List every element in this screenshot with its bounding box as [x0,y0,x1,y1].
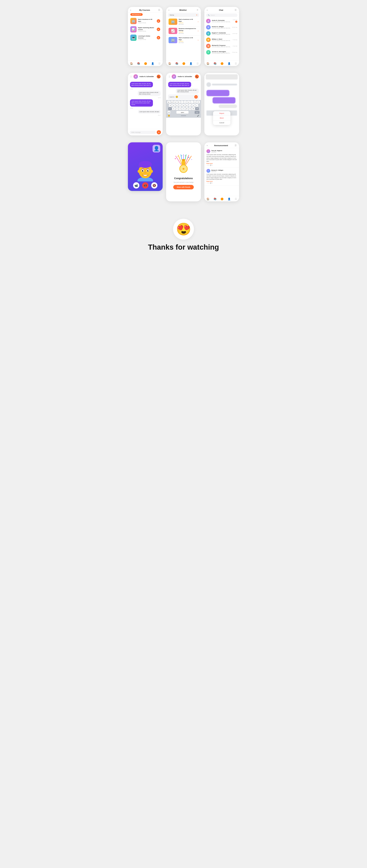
nav-book-3[interactable]: 📚 [214,62,217,65]
key-w[interactable]: W [171,101,173,103]
key-e[interactable]: E [174,101,177,103]
context-block[interactable]: Block [213,116,230,121]
nav-menu-4[interactable]: ☰ [235,197,237,200]
key-x[interactable]: X [175,107,178,110]
key-r[interactable]: R [177,101,180,103]
context-cancel[interactable]: Cancel [213,121,230,125]
wishlist-filter[interactable]: Startup ✕ [168,13,199,17]
back-arrow-wishlist[interactable]: ‹ [169,9,169,11]
key-l[interactable]: L [195,104,198,107]
key-s[interactable]: S [172,104,175,107]
wish-arrow-1[interactable]: › [198,21,198,23]
msg2-typing[interactable]: i want to 😊 ➤ [168,94,199,99]
msg1-send-btn[interactable]: ➤ [157,130,161,134]
key-num[interactable]: 123 [168,111,170,114]
back-arrow-chat[interactable]: ‹ [207,9,207,11]
emoji-icon[interactable]: 😊 [175,96,178,98]
key-backspace[interactable]: ⌫ [195,107,199,110]
key-u[interactable]: U [187,101,190,103]
key-t[interactable]: T [180,101,183,103]
key-space[interactable]: space [176,111,189,114]
course-title-2: Digital marketing Master Course [138,27,156,31]
share-btn[interactable]: Share with friends [173,185,194,189]
wishlist-close-icon[interactable]: ✕ [197,9,198,11]
nav-book-4[interactable]: 📚 [214,197,217,200]
key-a[interactable]: A [169,104,172,107]
announce-read-1[interactable]: Read more [206,163,237,164]
key-m[interactable]: M [192,107,195,110]
key-y[interactable]: Y [184,101,187,103]
call-btn-end[interactable]: 📵 [142,182,148,189]
nav-menu-1[interactable]: ☰ [158,62,161,65]
play-btn-3[interactable]: ▶ [157,36,160,39]
courses-menu-icon[interactable]: ☰ [158,9,160,11]
chat-item-1[interactable]: A Andre N. Schneider Can you please send… [204,18,239,24]
nav-home-2[interactable]: 🏠 [168,62,171,65]
context-report[interactable]: Report [213,111,230,116]
key-b[interactable]: B [186,107,188,110]
call-btn-mute[interactable]: 🔇 [151,182,158,189]
nav-menu-3[interactable]: ☰ [235,62,237,65]
msg2-dots[interactable]: ⋮ [168,75,170,78]
call-btn-video[interactable]: 📹 [133,182,139,189]
courses-tab-all[interactable]: All Courses ▾ [130,13,143,16]
nav-home-1[interactable]: 🏠 [130,62,133,65]
wish-arrow-3[interactable]: › [198,39,198,41]
like-icon-1[interactable]: ♡ 0 [206,164,208,166]
kb-mic-btn[interactable]: 🎤 [197,115,199,117]
nav-user-2[interactable]: 👤 [190,62,192,65]
nav-menu-2[interactable]: ☰ [197,62,199,65]
nav-user-4[interactable]: 👤 [228,197,231,200]
nav-book-2[interactable]: 📚 [175,62,178,65]
nav-book-1[interactable]: 📚 [137,62,140,65]
msg2-call-icon[interactable]: 📞 [195,75,199,79]
key-q[interactable]: Q [167,101,170,103]
key-z[interactable]: Z [172,107,175,110]
like-icon-2[interactable]: ♡ 0 [206,182,208,184]
announce-read-2[interactable]: Read more [206,181,237,182]
msg2-send-inline[interactable]: ➤ [194,95,198,99]
msg1-call-icon[interactable]: 📞 [157,75,161,79]
nav-courses-active-2[interactable]: 🟠 [182,62,185,65]
nav-courses-active-4[interactable]: 🟠 [221,197,223,200]
key-d[interactable]: D [175,104,178,107]
chat-item-2[interactable]: H Horace K. Gilligan Can you please send… [204,24,239,30]
nav-home-4[interactable]: 🏠 [206,197,209,200]
back-arrow-courses[interactable]: ‹ [130,9,131,11]
msg1-input-field[interactable]: Write message [130,131,156,134]
wish-arrow-2[interactable]: › [198,30,198,32]
nav-courses-active-1[interactable]: 🟠 [144,62,147,65]
key-v[interactable]: V [182,107,185,110]
play-btn-1[interactable]: ▶ [157,19,160,23]
key-f[interactable]: F [179,104,181,107]
back-arrow-announce[interactable]: ‹ [207,144,207,147]
filter-close-icon[interactable]: ✕ [196,14,197,16]
key-n[interactable]: N [189,107,192,110]
key-k[interactable]: K [192,104,195,107]
key-c[interactable]: C [179,107,181,110]
chat-item-4[interactable]: W William J. Short Can you please send m… [204,37,239,43]
nav-home-3[interactable]: 🏠 [206,62,209,65]
chat-item-3[interactable]: E Eugene T. Castaneda Can you please sen… [204,30,239,37]
chat-item-5[interactable]: M Michael M. Ferguson Can you please sen… [204,43,239,49]
key-i[interactable]: I [191,101,193,103]
announce-menu-icon[interactable]: ☰ [234,144,237,147]
kb-emoji-btn[interactable]: 😊 [168,115,170,117]
key-o[interactable]: O [194,101,197,103]
key-h[interactable]: H [186,104,188,107]
key-g[interactable]: G [182,104,185,107]
nav-user-1[interactable]: 👤 [151,62,154,65]
nav-courses-active-3[interactable]: 🟠 [221,62,223,65]
key-shift[interactable]: ⬆ [168,107,172,110]
key-p[interactable]: P [197,101,200,103]
chat-menu-icon[interactable]: ☰ [234,9,237,11]
chat-item-6[interactable]: J Jerome S. Harrington Can you please se… [204,49,239,55]
msg1-dots[interactable]: ⋮ [130,75,132,78]
play-btn-2[interactable]: ▶ [157,28,160,31]
comment-icon-1[interactable]: 💬 4 [210,164,213,166]
chat-search-bar[interactable]: 🔍 Search [206,13,237,17]
key-go[interactable]: Go [195,111,199,114]
key-j[interactable]: J [189,104,192,107]
nav-user-3[interactable]: 👤 [228,62,231,65]
comment-icon-2[interactable]: 💬 0 [210,182,213,184]
